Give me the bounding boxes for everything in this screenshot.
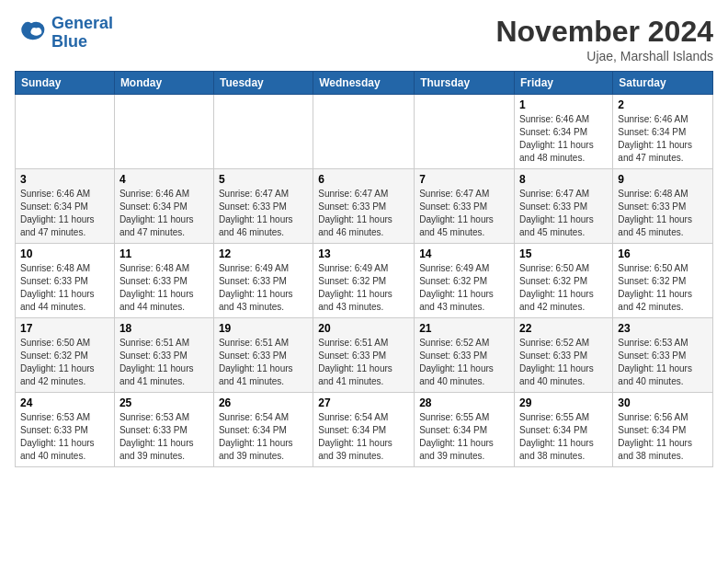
calendar-cell: 9Sunrise: 6:48 AMSunset: 6:33 PMDaylight…: [613, 169, 713, 244]
day-number: 11: [119, 247, 209, 260]
calendar-week-row: 1Sunrise: 6:46 AMSunset: 6:34 PMDaylight…: [16, 95, 713, 169]
calendar-cell: 22Sunrise: 6:52 AMSunset: 6:33 PMDayligh…: [515, 318, 613, 393]
calendar-cell: 27Sunrise: 6:54 AMSunset: 6:34 PMDayligh…: [313, 393, 415, 467]
day-info: Sunrise: 6:56 AMSunset: 6:34 PMDaylight:…: [618, 411, 708, 463]
day-number: 2: [618, 98, 708, 111]
logo-text: General Blue: [51, 15, 113, 52]
calendar-cell: 24Sunrise: 6:53 AMSunset: 6:33 PMDayligh…: [16, 393, 115, 467]
day-number: 25: [119, 396, 209, 409]
day-info: Sunrise: 6:46 AMSunset: 6:34 PMDaylight:…: [119, 188, 209, 239]
calendar-cell: 30Sunrise: 6:56 AMSunset: 6:34 PMDayligh…: [613, 393, 713, 467]
day-info: Sunrise: 6:49 AMSunset: 6:33 PMDaylight:…: [219, 262, 308, 314]
day-info: Sunrise: 6:47 AMSunset: 6:33 PMDaylight:…: [219, 188, 308, 239]
day-info: Sunrise: 6:53 AMSunset: 6:33 PMDaylight:…: [119, 411, 209, 463]
day-number: 8: [519, 173, 608, 186]
calendar-cell: 26Sunrise: 6:54 AMSunset: 6:34 PMDayligh…: [213, 393, 313, 467]
day-info: Sunrise: 6:47 AMSunset: 6:33 PMDaylight:…: [519, 188, 608, 239]
day-number: 23: [618, 322, 708, 335]
day-number: 18: [119, 322, 209, 335]
day-number: 19: [219, 322, 308, 335]
weekday-header-thursday: Thursday: [415, 72, 515, 95]
calendar-cell: 4Sunrise: 6:46 AMSunset: 6:34 PMDaylight…: [114, 169, 213, 244]
calendar-cell: 23Sunrise: 6:53 AMSunset: 6:33 PMDayligh…: [613, 318, 713, 393]
day-info: Sunrise: 6:50 AMSunset: 6:32 PMDaylight:…: [618, 262, 708, 314]
calendar-cell: 28Sunrise: 6:55 AMSunset: 6:34 PMDayligh…: [415, 393, 515, 467]
calendar-cell: [415, 95, 515, 169]
day-number: 1: [519, 98, 608, 111]
calendar-cell: [213, 95, 313, 169]
day-number: 26: [219, 396, 308, 409]
day-number: 3: [20, 173, 109, 186]
day-number: 12: [219, 247, 308, 260]
day-info: Sunrise: 6:50 AMSunset: 6:32 PMDaylight:…: [519, 262, 608, 314]
day-info: Sunrise: 6:46 AMSunset: 6:34 PMDaylight:…: [618, 113, 708, 165]
calendar-cell: [16, 95, 115, 169]
day-info: Sunrise: 6:48 AMSunset: 6:33 PMDaylight:…: [20, 262, 109, 314]
day-number: 15: [519, 247, 608, 260]
calendar-cell: 25Sunrise: 6:53 AMSunset: 6:33 PMDayligh…: [114, 393, 213, 467]
day-info: Sunrise: 6:51 AMSunset: 6:33 PMDaylight:…: [219, 337, 308, 388]
calendar-cell: 3Sunrise: 6:46 AMSunset: 6:34 PMDaylight…: [16, 169, 115, 244]
day-info: Sunrise: 6:48 AMSunset: 6:33 PMDaylight:…: [119, 262, 209, 314]
calendar-week-row: 17Sunrise: 6:50 AMSunset: 6:32 PMDayligh…: [16, 318, 713, 393]
day-number: 4: [119, 173, 209, 186]
weekday-header-friday: Friday: [515, 72, 613, 95]
calendar-cell: 1Sunrise: 6:46 AMSunset: 6:34 PMDaylight…: [515, 95, 613, 169]
day-number: 21: [419, 322, 509, 335]
day-info: Sunrise: 6:55 AMSunset: 6:34 PMDaylight:…: [519, 411, 608, 463]
calendar-cell: 18Sunrise: 6:51 AMSunset: 6:33 PMDayligh…: [114, 318, 213, 393]
day-info: Sunrise: 6:54 AMSunset: 6:34 PMDaylight:…: [219, 411, 308, 463]
day-info: Sunrise: 6:54 AMSunset: 6:34 PMDaylight:…: [318, 411, 409, 463]
weekday-header-saturday: Saturday: [613, 72, 713, 95]
calendar-cell: 15Sunrise: 6:50 AMSunset: 6:32 PMDayligh…: [515, 244, 613, 318]
calendar-cell: 2Sunrise: 6:46 AMSunset: 6:34 PMDaylight…: [613, 95, 713, 169]
calendar-cell: 16Sunrise: 6:50 AMSunset: 6:32 PMDayligh…: [613, 244, 713, 318]
day-number: 27: [318, 396, 409, 409]
day-number: 28: [419, 396, 509, 409]
day-number: 5: [219, 173, 308, 186]
weekday-header-wednesday: Wednesday: [313, 72, 415, 95]
calendar-cell: 19Sunrise: 6:51 AMSunset: 6:33 PMDayligh…: [213, 318, 313, 393]
day-info: Sunrise: 6:49 AMSunset: 6:32 PMDaylight:…: [419, 262, 509, 314]
day-info: Sunrise: 6:52 AMSunset: 6:33 PMDaylight:…: [419, 337, 509, 388]
day-number: 30: [618, 396, 708, 409]
calendar-header-row: SundayMondayTuesdayWednesdayThursdayFrid…: [16, 72, 713, 95]
calendar-cell: 20Sunrise: 6:51 AMSunset: 6:33 PMDayligh…: [313, 318, 415, 393]
calendar-cell: 7Sunrise: 6:47 AMSunset: 6:33 PMDaylight…: [415, 169, 515, 244]
weekday-header-monday: Monday: [114, 72, 213, 95]
day-info: Sunrise: 6:47 AMSunset: 6:33 PMDaylight:…: [419, 188, 509, 239]
day-number: 7: [419, 173, 509, 186]
day-number: 17: [20, 322, 109, 335]
day-info: Sunrise: 6:51 AMSunset: 6:33 PMDaylight:…: [318, 337, 409, 388]
day-number: 13: [318, 247, 409, 260]
day-info: Sunrise: 6:48 AMSunset: 6:33 PMDaylight:…: [618, 188, 708, 239]
page-header: General Blue November 2024 Ujae, Marshal…: [15, 15, 713, 63]
day-info: Sunrise: 6:53 AMSunset: 6:33 PMDaylight:…: [618, 337, 708, 388]
day-info: Sunrise: 6:52 AMSunset: 6:33 PMDaylight:…: [519, 337, 608, 388]
calendar-cell: 11Sunrise: 6:48 AMSunset: 6:33 PMDayligh…: [114, 244, 213, 318]
calendar-cell: 8Sunrise: 6:47 AMSunset: 6:33 PMDaylight…: [515, 169, 613, 244]
calendar-cell: 29Sunrise: 6:55 AMSunset: 6:34 PMDayligh…: [515, 393, 613, 467]
day-number: 9: [618, 173, 708, 186]
title-block: November 2024 Ujae, Marshall Islands: [495, 15, 713, 63]
calendar-cell: [114, 95, 213, 169]
calendar-cell: 14Sunrise: 6:49 AMSunset: 6:32 PMDayligh…: [415, 244, 515, 318]
calendar-cell: 5Sunrise: 6:47 AMSunset: 6:33 PMDaylight…: [213, 169, 313, 244]
calendar-week-row: 10Sunrise: 6:48 AMSunset: 6:33 PMDayligh…: [16, 244, 713, 318]
month-title: November 2024: [495, 15, 713, 49]
calendar-cell: 21Sunrise: 6:52 AMSunset: 6:33 PMDayligh…: [415, 318, 515, 393]
day-number: 29: [519, 396, 608, 409]
day-info: Sunrise: 6:51 AMSunset: 6:33 PMDaylight:…: [119, 337, 209, 388]
calendar-cell: 10Sunrise: 6:48 AMSunset: 6:33 PMDayligh…: [16, 244, 115, 318]
day-number: 10: [20, 247, 109, 260]
day-info: Sunrise: 6:49 AMSunset: 6:32 PMDaylight:…: [318, 262, 409, 314]
day-number: 6: [318, 173, 409, 186]
day-info: Sunrise: 6:50 AMSunset: 6:32 PMDaylight:…: [20, 337, 109, 388]
logo: General Blue: [15, 15, 113, 52]
calendar-cell: 12Sunrise: 6:49 AMSunset: 6:33 PMDayligh…: [213, 244, 313, 318]
calendar-week-row: 3Sunrise: 6:46 AMSunset: 6:34 PMDaylight…: [16, 169, 713, 244]
calendar-cell: 6Sunrise: 6:47 AMSunset: 6:33 PMDaylight…: [313, 169, 415, 244]
weekday-header-sunday: Sunday: [16, 72, 115, 95]
day-number: 16: [618, 247, 708, 260]
day-info: Sunrise: 6:46 AMSunset: 6:34 PMDaylight:…: [20, 188, 109, 239]
